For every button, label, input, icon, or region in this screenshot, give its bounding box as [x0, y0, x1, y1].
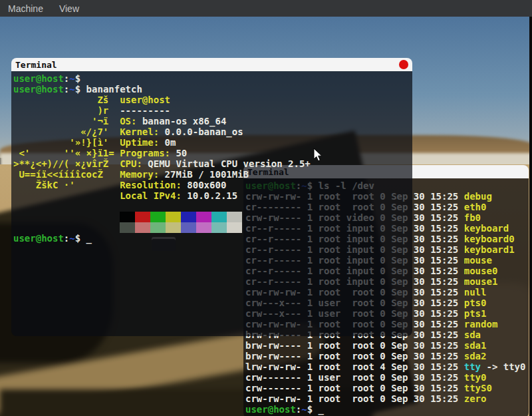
palette-swatch: [120, 222, 135, 233]
palette-swatch: [227, 222, 242, 233]
mouse-cursor-icon: [313, 148, 323, 162]
wallpaper-edge-strip: [529, 17, 532, 416]
palette-swatch: [211, 212, 227, 222]
terminal-window-bananfetch[interactable]: Terminal user@host:~$ user@host:~$ banan…: [11, 58, 412, 336]
terminal1-title: Terminal: [15, 60, 57, 70]
terminal1-titlebar[interactable]: Terminal: [11, 58, 412, 71]
palette-swatch: [120, 212, 135, 222]
color-palette-row: [11, 222, 412, 233]
vm-menubar: Machine View: [0, 0, 532, 17]
palette-swatch: [150, 222, 166, 233]
palette-swatch: [196, 222, 211, 233]
palette-swatch: [227, 212, 242, 222]
palette-swatch: [150, 212, 166, 222]
palette-swatch: [166, 222, 181, 233]
close-button-icon[interactable]: [399, 60, 408, 69]
palette-swatch: [135, 212, 150, 222]
menu-machine[interactable]: Machine: [0, 0, 51, 17]
terminal1-output: user@host:~$ user@host:~$ bananfetch Zš …: [11, 71, 412, 244]
palette-swatch: [166, 212, 181, 222]
palette-swatch: [196, 212, 211, 222]
palette-swatch: [135, 222, 150, 233]
terminal1-body[interactable]: user@host:~$ user@host:~$ bananfetch Zš …: [11, 71, 412, 336]
color-palette-row: [11, 212, 412, 222]
palette-swatch: [181, 222, 196, 233]
palette-swatch: [181, 212, 196, 222]
palette-swatch: [211, 222, 227, 233]
menu-view[interactable]: View: [51, 0, 87, 17]
vm-screen: Machine View Terminal user@host:~$ ls -l…: [0, 0, 532, 416]
